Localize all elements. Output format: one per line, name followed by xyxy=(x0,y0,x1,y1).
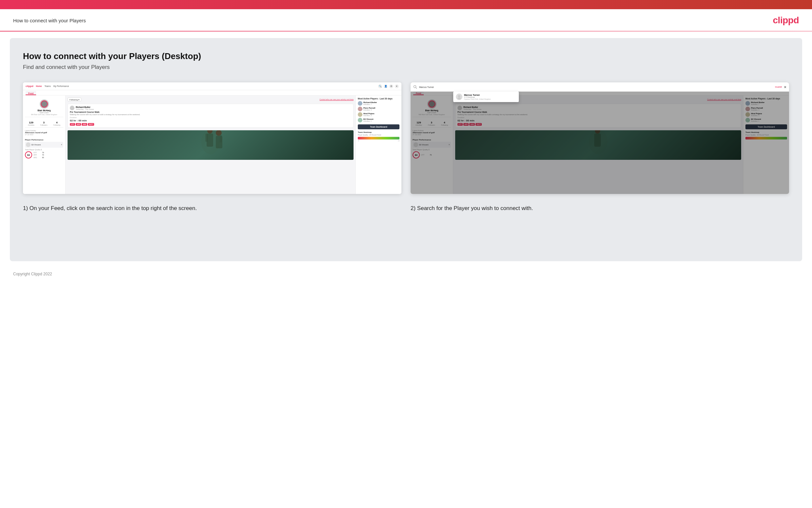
stats-row-2: 129 Activities 3 Followers 4 Following xyxy=(413,120,451,128)
player-info-1: Richard Butler Activities: 7 xyxy=(363,101,399,105)
instruction-1: 1) On your Feed, click on the search ico… xyxy=(23,205,401,212)
player-item-4: Eli Vincent Activities: 1 xyxy=(358,118,399,122)
player-act-2: Activities: 4 xyxy=(363,109,399,111)
result-name: Marcus Turner xyxy=(464,94,491,96)
heatmap-label: Team Heatmap xyxy=(358,131,399,133)
followers-label-2: Followers xyxy=(428,124,435,126)
player-item-3: Hiral Pujara Activities: 3 xyxy=(358,112,399,117)
tag-app: APP xyxy=(76,123,81,126)
latest-activity-2: Latest Activity Afternoon round of golf … xyxy=(413,129,451,136)
user-icon[interactable]: 👤 xyxy=(384,84,388,88)
search-result-item[interactable]: Marcus Turner 1-5 Handicap Cypress Point… xyxy=(456,93,516,100)
page-title: How to connect with your Players xyxy=(13,18,86,23)
app-main-feed-2: Following ▾ Control who can see your act… xyxy=(453,95,743,194)
pp-player-name: Eli Vincent xyxy=(32,144,60,146)
tag-putt: PUTT xyxy=(88,123,94,126)
footer: Copyright Clippd 2022 xyxy=(0,268,812,280)
bar-arg: ARG 65 xyxy=(34,157,44,159)
nav-my-performance[interactable]: My Performance xyxy=(53,85,69,87)
avatar-nav[interactable]: ▾ xyxy=(395,84,399,88)
settings-icon[interactable]: ⚙ xyxy=(389,84,393,88)
main-content: How to connect with your Players (Deskto… xyxy=(10,38,802,261)
avatar xyxy=(40,99,49,109)
following-row: Following ▾ Control who can see your act… xyxy=(67,97,353,101)
app-body-2: Blair McHarg Golf Coach Mill Ride Golf C… xyxy=(411,95,789,194)
app-nav-right-1: 🔍 👤 ⚙ ▾ xyxy=(378,84,399,88)
search-icon[interactable]: 🔍 xyxy=(378,84,382,88)
profile-section: Blair McHarg Golf Coach Mill Ride Golf C… xyxy=(25,97,63,117)
tag-arg: ARG xyxy=(82,123,87,126)
pp-player-avatar xyxy=(26,142,31,147)
pp-player[interactable]: Eli Vincent ▾ xyxy=(25,142,63,148)
svg-rect-6 xyxy=(220,135,222,142)
activities-count-2: 129 xyxy=(416,121,422,124)
search-input-value[interactable]: Marcus Turner xyxy=(419,86,773,88)
activity-author-info: Richard Butler Yesterday · The Grove xyxy=(76,106,94,110)
heatmap-pos: +5 xyxy=(398,140,399,142)
bar-ott-label: OTT xyxy=(34,152,39,154)
screenshot-1: clippd Home Teams My Performance 🔍 👤 ⚙ ▾ xyxy=(23,82,401,194)
result-avatar xyxy=(456,93,463,100)
feed-tab[interactable]: Feed xyxy=(26,91,36,95)
following-count: 4 xyxy=(53,121,60,124)
pp-avatar-2 xyxy=(414,142,418,147)
nav-home[interactable]: Home xyxy=(36,85,42,87)
svg-line-11 xyxy=(416,88,417,89)
activity-desc: Walking the course with my coach to buil… xyxy=(70,114,351,116)
control-link-2: Control who can see your activity and da… xyxy=(707,98,741,100)
activity-avatar xyxy=(70,106,75,110)
following-label: Following xyxy=(53,124,60,126)
latest-activity: Latest Activity Afternoon round of golf … xyxy=(25,129,63,136)
pp-chevron-icon: ▾ xyxy=(61,143,62,146)
svg-rect-9 xyxy=(594,134,601,147)
team-dashboard-button[interactable]: Team Dashboard xyxy=(358,124,399,129)
svg-rect-3 xyxy=(205,134,208,142)
followers-label: Followers xyxy=(40,124,47,126)
activity-header: Richard Butler Yesterday · The Grove xyxy=(70,106,351,110)
pp-section-2: Player Performance Eli Vincent ▾ Total P… xyxy=(413,139,451,159)
top-bar xyxy=(0,0,812,9)
activity-duration: 02 hr : 00 min xyxy=(70,119,351,122)
player-item-2: Piers Parnell Activities: 4 xyxy=(358,107,399,111)
app-logo-1: clippd xyxy=(26,85,34,88)
close-button[interactable]: ✕ xyxy=(784,85,786,89)
nav-teams[interactable]: Teams xyxy=(45,85,51,87)
following-label-2: Following xyxy=(441,124,448,126)
player-item-1: Richard Butler Activities: 7 xyxy=(358,101,399,106)
clear-button[interactable]: CLEAR xyxy=(775,86,782,88)
pp-player-2: Eli Vincent ▾ xyxy=(413,142,451,148)
heatmap-sub: Player Quality · 20 Round Trend xyxy=(358,134,399,136)
search-result-dropdown: Marcus Turner 1-5 Handicap Cypress Point… xyxy=(453,92,519,102)
app-nav-items-1: Home Teams My Performance xyxy=(36,85,69,87)
followers-count-2: 3 xyxy=(428,121,435,124)
svg-point-13 xyxy=(458,97,461,99)
app-right-panel: Most Active Players - Last 30 days Richa… xyxy=(355,95,401,194)
svg-point-12 xyxy=(458,95,461,97)
followers-stat-2: 3 Followers xyxy=(428,121,435,126)
la-date: 27 Jul 2022 xyxy=(25,134,63,135)
bar-app-label: APP xyxy=(34,154,39,156)
bar-ott: OTT 79 xyxy=(34,152,44,154)
following-button[interactable]: Following ▾ xyxy=(67,97,81,101)
la-date-2: 27 Jul 2022 xyxy=(413,134,451,135)
player-act-1: Activities: 7 xyxy=(363,103,399,105)
search-icon-overlay xyxy=(413,85,417,89)
header: How to connect with your Players clippd xyxy=(0,9,812,31)
player-avatar-4 xyxy=(358,118,363,122)
heatmap-bar xyxy=(358,137,399,139)
heatmap-neg: -5 xyxy=(358,140,359,142)
app-mockup-1: clippd Home Teams My Performance 🔍 👤 ⚙ ▾ xyxy=(23,82,401,194)
result-info: Marcus Turner 1-5 Handicap Cypress Point… xyxy=(464,94,491,100)
bar-arg-label: ARG xyxy=(34,157,39,159)
player-act-4: Activities: 1 xyxy=(363,120,399,122)
header-divider xyxy=(0,31,812,32)
control-link[interactable]: Control who can see your activity and da… xyxy=(320,98,353,100)
stat-bars-2: OTT 79 xyxy=(421,154,432,156)
activity-card: Richard Butler Yesterday · The Grove Pre… xyxy=(67,104,353,128)
logo: clippd xyxy=(773,15,799,26)
followers-count: 3 xyxy=(40,121,47,124)
app-main-feed: Following ▾ Control who can see your act… xyxy=(65,95,355,194)
photo-area xyxy=(67,130,353,160)
activity-meta-duration: Duration xyxy=(70,117,351,119)
following-count-2: 4 xyxy=(441,121,448,124)
